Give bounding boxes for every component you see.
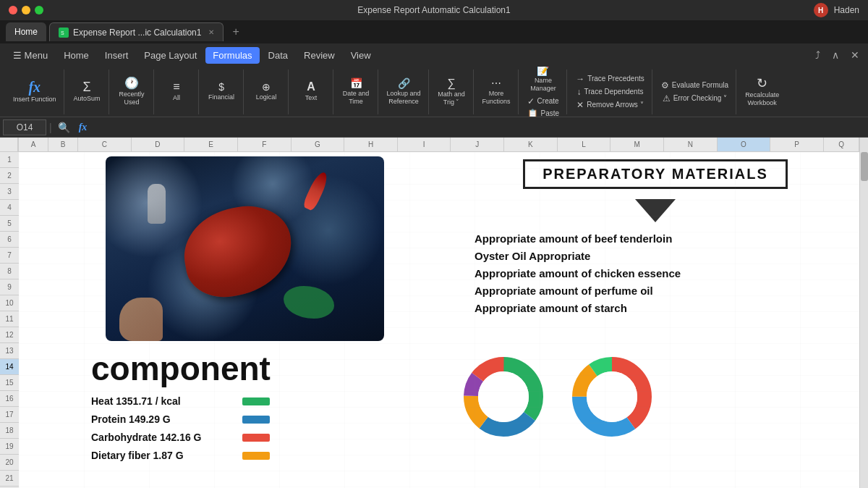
formula-magnifier-icon[interactable]: 🔍 bbox=[55, 122, 73, 133]
ribbon-group-financial: $ Financial bbox=[200, 70, 244, 114]
name-manager-button[interactable]: 📝 NameManager bbox=[527, 67, 559, 94]
username: Haden bbox=[834, 5, 859, 15]
error-checking-button[interactable]: ⚠ Error Checking ˅ bbox=[660, 93, 730, 104]
ingredient-2: Oyster Oil Appropriate bbox=[475, 250, 851, 262]
insert-function-icon: fx bbox=[28, 80, 41, 94]
all-button[interactable]: ≡ All bbox=[170, 80, 183, 104]
col-header-h: H bbox=[344, 138, 398, 151]
nutrient-label-1: Heat 1351.71 / kcal bbox=[91, 395, 232, 407]
close-window-icon[interactable]: ✕ bbox=[848, 48, 862, 62]
row-header-5: 5 bbox=[0, 216, 19, 232]
ribbon-group-more-functions: ⋯ MoreFunctions bbox=[475, 70, 519, 114]
avatar: H bbox=[814, 3, 828, 17]
maximize-button[interactable] bbox=[35, 6, 43, 14]
menu-item-page-layout[interactable]: Page Layout bbox=[137, 47, 204, 64]
menu-item-review[interactable]: Review bbox=[297, 47, 342, 64]
cell-reference-input[interactable] bbox=[3, 119, 46, 135]
math-trig-button[interactable]: ∑ Math andTrig ˅ bbox=[435, 76, 468, 108]
autosum-button[interactable]: Σ AutoSum bbox=[71, 79, 103, 104]
formula-input[interactable] bbox=[93, 119, 865, 135]
tab-expense[interactable]: S Expense Report ...ic Calculation1 ✕ bbox=[49, 22, 224, 41]
menu-item-formulas[interactable]: Formulas bbox=[205, 47, 259, 64]
ribbon-group-autosum: Σ AutoSum bbox=[66, 70, 109, 114]
col-header-d: D bbox=[132, 138, 185, 151]
scrollbar-thumb[interactable] bbox=[861, 152, 868, 181]
fx-icon[interactable]: fx bbox=[76, 122, 90, 133]
minimize-button[interactable] bbox=[22, 6, 30, 14]
paste-button[interactable]: 📋 Paste bbox=[524, 108, 563, 117]
component-section: component Heat 1351.71 / kcal Protein 14… bbox=[91, 349, 438, 468]
recalculate-icon: ↻ bbox=[757, 77, 767, 90]
col-header-c: C bbox=[78, 138, 132, 151]
title-bar-right: H Haden bbox=[814, 3, 859, 17]
close-button[interactable] bbox=[9, 6, 17, 14]
menu-item-home[interactable]: Home bbox=[56, 47, 96, 64]
nutrient-row-3: Carbohydrate 142.16 G bbox=[91, 432, 438, 443]
nutrient-label-3: Carbohydrate 142.16 G bbox=[91, 432, 232, 443]
create-button[interactable]: ✓ Create bbox=[524, 96, 563, 107]
col-header-o: O bbox=[718, 138, 771, 151]
charts-area bbox=[460, 353, 655, 440]
row-header-9: 9 bbox=[0, 279, 19, 295]
vertical-scrollbar[interactable] bbox=[859, 138, 868, 488]
donut-chart-1 bbox=[460, 353, 547, 440]
tab-expense-label: Expense Report ...ic Calculation1 bbox=[73, 28, 201, 38]
col-header-q: Q bbox=[824, 138, 859, 151]
row-header-19: 19 bbox=[0, 439, 19, 455]
ingredient-4: Appropriate amount of perfume oil bbox=[475, 285, 851, 297]
ribbon-group-text: A Text bbox=[290, 70, 333, 114]
trace-precedents-icon: → bbox=[576, 74, 584, 84]
financial-button[interactable]: $ Financial bbox=[205, 80, 237, 103]
recalculate-button[interactable]: ↻ RecalculateWorkbook bbox=[742, 75, 782, 109]
ribbon-group-name-manager: 📝 NameManager ✓ Create 📋 Paste bbox=[520, 70, 568, 114]
date-time-button[interactable]: 📅 Date andTime bbox=[340, 77, 373, 107]
menu-bar: ☰ Menu Home Insert Page Layout Formulas … bbox=[0, 43, 868, 67]
row-header-11: 11 bbox=[0, 311, 19, 327]
prep-title-box: PREPARATORY MATERIALS bbox=[523, 159, 788, 189]
menu-item-menu[interactable]: ☰ Menu bbox=[6, 47, 55, 64]
insert-function-button[interactable]: fx Insert Function bbox=[10, 78, 59, 105]
row-header-17: 17 bbox=[0, 407, 19, 423]
financial-label: Financial bbox=[208, 93, 234, 101]
recently-used-label: RecentlyUsed bbox=[119, 91, 145, 106]
recently-used-icon: 🕐 bbox=[124, 77, 139, 89]
math-trig-icon: ∑ bbox=[447, 77, 455, 89]
collapse-ribbon-icon[interactable]: ∧ bbox=[829, 48, 842, 62]
trace-precedents-button[interactable]: → Trace Precedents bbox=[573, 73, 647, 85]
formula-bar: | 🔍 fx bbox=[0, 117, 868, 138]
trace-dependents-button[interactable]: ↓ Trace Dependents bbox=[574, 86, 647, 98]
ribbon-group-lookup: 🔗 Lookup andReference bbox=[380, 70, 429, 114]
prep-title: PREPARATORY MATERIALS bbox=[542, 166, 768, 182]
menu-item-insert[interactable]: Insert bbox=[98, 47, 136, 64]
error-checking-label: Error Checking ˅ bbox=[673, 94, 727, 102]
svg-point-12 bbox=[587, 371, 637, 422]
menu-item-view[interactable]: View bbox=[344, 47, 378, 64]
tab-icon: S bbox=[59, 28, 69, 38]
text-label: Text bbox=[305, 94, 318, 102]
evaluate-formula-button[interactable]: ⚙ Evaluate Formula bbox=[658, 80, 731, 91]
lookup-button[interactable]: 🔗 Lookup andReference bbox=[384, 77, 424, 107]
tab-home[interactable]: Home bbox=[6, 22, 46, 41]
col-header-b: B bbox=[48, 138, 78, 151]
recently-used-button[interactable]: 🕐 RecentlyUsed bbox=[116, 76, 148, 108]
new-tab-button[interactable]: + bbox=[226, 25, 244, 38]
svg-point-7 bbox=[478, 371, 529, 422]
nutrient-row-1: Heat 1351.71 / kcal bbox=[91, 395, 438, 407]
share-icon[interactable]: ⤴ bbox=[812, 48, 823, 62]
logical-button[interactable]: ⊕ Logical bbox=[253, 80, 280, 103]
nutrient-label-4: Dietary fiber 1.87 G bbox=[91, 450, 232, 461]
menu-item-data[interactable]: Data bbox=[261, 47, 295, 64]
ingredient-1: Appropriate amount of beef tenderloin bbox=[475, 232, 851, 245]
tab-close-button[interactable]: ✕ bbox=[208, 28, 214, 36]
name-manager-label: NameManager bbox=[530, 77, 556, 93]
title-bar: Expense Report Automatic Calculation1 H … bbox=[0, 0, 868, 20]
component-title: component bbox=[91, 349, 438, 388]
ribbon: fx Insert Function Σ AutoSum 🕐 RecentlyU… bbox=[0, 67, 868, 117]
ribbon-group-date-time: 📅 Date andTime bbox=[335, 70, 378, 114]
more-functions-button[interactable]: ⋯ MoreFunctions bbox=[480, 77, 514, 107]
more-functions-icon: ⋯ bbox=[491, 78, 501, 88]
ribbon-group-evaluate: ⚙ Evaluate Formula ⚠ Error Checking ˅ bbox=[654, 70, 736, 114]
text-button[interactable]: A Text bbox=[302, 80, 320, 104]
row-header-3: 3 bbox=[0, 184, 19, 200]
remove-arrows-button[interactable]: ✕ Remove Arrows ˅ bbox=[574, 99, 646, 111]
